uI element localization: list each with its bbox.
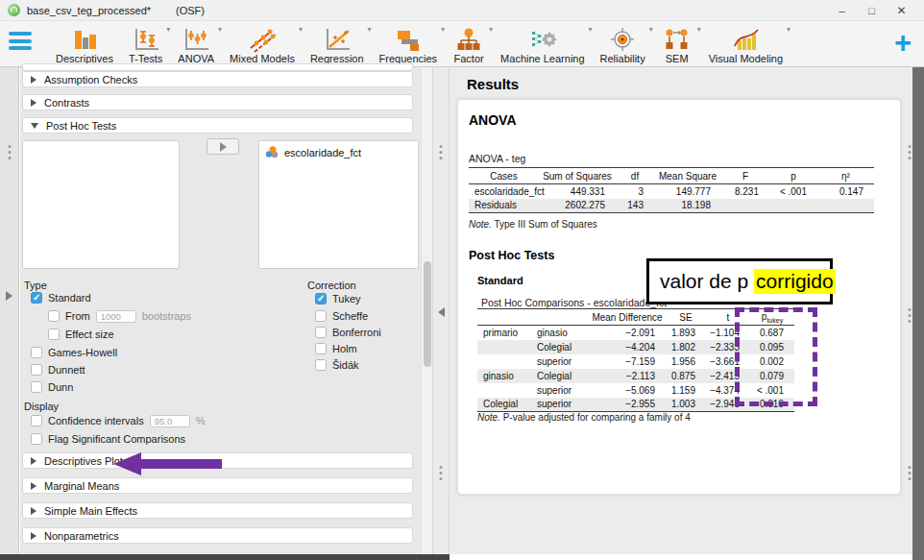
maximize-button[interactable]: □ xyxy=(857,0,887,21)
dunn-option[interactable]: Dunn xyxy=(31,380,73,394)
collapsed-arrow-icon xyxy=(31,99,36,107)
variable-name: escolaridade_fct xyxy=(284,147,361,158)
note-text: P-value adjusted for comparing a family … xyxy=(500,412,691,423)
nominal-variable-icon xyxy=(265,146,279,158)
games-howell-option[interactable]: Games-Howell xyxy=(31,346,117,359)
sidak-option[interactable]: Šidák xyxy=(315,358,359,372)
scrollbar-thumb[interactable] xyxy=(424,261,431,367)
confidence-intervals-option[interactable]: Confidence intervals 95.0 % xyxy=(31,414,205,427)
assign-variable-button[interactable] xyxy=(207,138,239,155)
effect-size-option[interactable]: Effect size xyxy=(48,328,114,341)
option-label: Confidence intervals xyxy=(48,415,144,426)
games-howell-checkbox[interactable] xyxy=(31,347,42,358)
table-cell: −5.069 xyxy=(589,383,666,398)
display-group-label: Display xyxy=(24,401,59,412)
from-checkbox[interactable] xyxy=(48,310,60,322)
ribbon-item-label: Machine Learning xyxy=(500,53,584,65)
close-button[interactable]: ✕ xyxy=(887,0,916,21)
dunn-checkbox[interactable] xyxy=(31,381,42,393)
minimize-button[interactable]: – xyxy=(827,0,857,21)
section-simple-main-effects[interactable]: Simple Main Effects xyxy=(22,502,413,519)
section-label: Post Hoc Tests xyxy=(46,120,116,132)
anova-table-note: Note. Type III Sum of Squares xyxy=(469,219,597,230)
ribbon-item-reliability[interactable]: ▾Reliability xyxy=(593,23,653,65)
bottom-data-splitter[interactable] xyxy=(0,554,450,560)
confidence-intervals-checkbox[interactable] xyxy=(31,415,42,426)
section-label: Marginal Means xyxy=(44,480,119,492)
effect-size-checkbox[interactable] xyxy=(48,329,60,340)
table-cell xyxy=(817,199,874,213)
table-cell: Residuals xyxy=(469,199,539,213)
table-cell: escolaridade_fct xyxy=(469,184,539,199)
section-contrasts[interactable]: Contrasts xyxy=(22,94,413,110)
ribbon-item-mixed-models[interactable]: ▾Mixed Models xyxy=(222,23,303,65)
dropdown-caret-icon[interactable]: ▾ xyxy=(787,25,790,34)
holm-checkbox[interactable] xyxy=(315,343,327,354)
standard-option[interactable]: Standard xyxy=(31,291,91,304)
variable-item[interactable]: escolaridade_fct xyxy=(259,141,418,163)
section-descriptives-plots[interactable]: Descriptives Plots xyxy=(22,452,413,469)
data-panel-splitter[interactable] xyxy=(0,67,19,554)
table-cell: superior xyxy=(531,383,589,398)
panel-results-splitter[interactable] xyxy=(432,67,450,554)
ribbon-item-label: SEM xyxy=(666,53,689,65)
available-variables-box[interactable] xyxy=(22,140,180,269)
table-cell xyxy=(477,340,531,354)
ribbon-item-frequencies[interactable]: ▾Frequencies xyxy=(372,23,446,65)
ribbon-item-anova[interactable]: ▾ANOVA xyxy=(170,23,222,65)
collapsed-arrow-icon xyxy=(31,457,36,465)
tukey-option[interactable]: Tukey xyxy=(315,292,361,305)
table-header-cell xyxy=(477,309,531,326)
tukey-checkbox[interactable] xyxy=(315,293,327,304)
assigned-variables-box[interactable]: escolaridade_fct xyxy=(258,140,419,269)
flag-significant-option[interactable]: Flag Significant Comparisons xyxy=(31,432,185,446)
confidence-level-input[interactable]: 95.0 xyxy=(150,415,190,427)
section-nonparametrics[interactable]: Nonparametrics xyxy=(22,527,413,544)
ribbon-item-factor[interactable]: ▾Factor xyxy=(445,23,493,65)
splitter-grip-icon xyxy=(908,305,911,326)
table-header-cell: p xyxy=(769,168,817,184)
ribbon-item-label: Reliability xyxy=(600,53,645,65)
section-label: Contrasts xyxy=(44,97,89,109)
flag-significant-checkbox[interactable] xyxy=(31,433,42,445)
ribbon-item-t-tests[interactable]: ▾T-Tests xyxy=(121,23,170,65)
hamburger-menu-icon[interactable] xyxy=(9,32,34,57)
scheffe-checkbox[interactable] xyxy=(315,310,327,322)
section-post-hoc-tests[interactable]: Post Hoc Tests xyxy=(22,117,413,134)
collapsed-arrow-icon xyxy=(31,507,36,515)
expand-data-panel-icon[interactable] xyxy=(6,291,12,301)
ribbon-item-descriptives[interactable]: Descriptives xyxy=(48,23,121,65)
results-edge-strip[interactable] xyxy=(906,67,912,554)
dunnett-checkbox[interactable] xyxy=(31,364,42,376)
scheffe-option[interactable]: Scheffe xyxy=(315,309,368,323)
ribbon-item-regression[interactable]: ▾Regression xyxy=(303,23,372,65)
section-marginal-means[interactable]: Marginal Means xyxy=(22,477,413,494)
dunnett-option[interactable]: Dunnett xyxy=(31,363,85,377)
ribbon-item-sem[interactable]: ▾SEM xyxy=(653,23,701,65)
analysis-options-panel: Assumption Checks Contrasts Post Hoc Tes… xyxy=(20,67,421,554)
section-assumption-checks[interactable]: Assumption Checks xyxy=(22,71,413,87)
options-panel-scrollbar[interactable] xyxy=(421,67,432,554)
option-label: Flag Significant Comparisons xyxy=(48,433,185,445)
table-cell xyxy=(477,383,531,398)
note-prefix: Note. xyxy=(469,219,492,230)
bootstraps-input[interactable]: 1000 xyxy=(96,310,136,323)
ribbon-item-machine-learning[interactable]: ▾Machine Learning xyxy=(493,23,592,65)
option-label: Effect size xyxy=(65,329,114,340)
bootstrap-option[interactable]: From 1000 bootstraps xyxy=(48,309,191,323)
results-card: ANOVA ANOVA - teg CasesSum of SquaresdfM… xyxy=(457,99,901,495)
ribbon-item-label: Factor xyxy=(454,53,484,65)
standard-checkbox[interactable] xyxy=(31,292,42,304)
ptukey-column-highlight-rect xyxy=(735,307,817,406)
table-cell: 149.777 xyxy=(654,184,721,199)
add-module-button[interactable]: + xyxy=(894,26,912,61)
bonferroni-option[interactable]: Bonferroni xyxy=(315,326,381,339)
splitter-grip-icon xyxy=(440,142,443,162)
title-bar: base_csv_teg_processed* (OSF) – □ ✕ xyxy=(0,0,924,21)
bonferroni-checkbox[interactable] xyxy=(315,327,327,338)
ribbon-modules: Descriptives▾T-Tests▾ANOVA▾Mixed Models▾… xyxy=(48,23,790,65)
holm-option[interactable]: Holm xyxy=(315,342,357,355)
collapse-panel-icon[interactable] xyxy=(438,307,445,317)
sidak-checkbox[interactable] xyxy=(315,359,327,371)
ribbon-item-visual-modeling[interactable]: ▾Visual Modeling xyxy=(701,23,790,65)
